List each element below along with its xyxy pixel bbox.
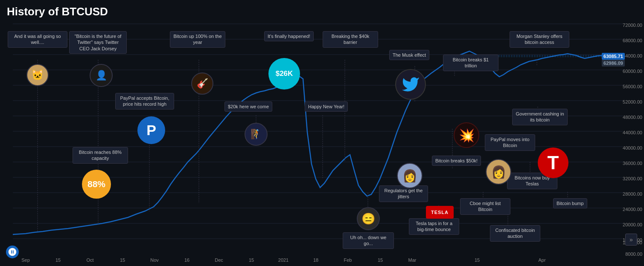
price-current: 63085.71 <box>602 53 625 60</box>
annotation-paypal-moves: PayPal moves into Bitcoin <box>485 134 535 151</box>
icon-uh-oh: 😑 <box>357 207 380 230</box>
x-label-mar: Mar <box>408 257 417 263</box>
annotation-regulators: Regulators get the jitters <box>379 185 428 202</box>
x-label-15-5: 15 <box>475 257 480 263</box>
chart-container: History of BTCUSD <box>0 0 644 266</box>
icon-climber: 🧗 <box>245 123 268 146</box>
y-label-72k: 72000.00 <box>623 23 642 28</box>
annotation-paypal-accepts: PayPal accepts Bitcoin, price hits recor… <box>115 93 174 110</box>
icon-twitter <box>395 69 426 100</box>
y-label-24k: 24000.00 <box>623 207 642 212</box>
annotation-btc-bump: Bitcoin bump <box>553 198 587 208</box>
y-label-56k: 56000.00 <box>623 84 642 89</box>
annotation-confiscated: Confiscated bitcoin auction <box>490 225 540 242</box>
x-label-oct: Oct <box>86 257 93 263</box>
x-label-18: 18 <box>313 257 318 263</box>
icon-woman: 👩 <box>486 159 511 185</box>
annotation-finally-happened: It's finally happened! <box>264 31 314 41</box>
x-label-15-4: 15 <box>378 257 383 263</box>
y-label-48k: 48000.00 <box>623 115 642 120</box>
annotation-morgan-stanley: Morgan Stanley offers bitcoin access <box>510 31 569 48</box>
y-label-60k: 60000.00 <box>623 69 642 74</box>
annotation-40k: Breaking the $40k barrier <box>323 31 378 48</box>
icon-paypal: P <box>137 116 165 144</box>
icon-regulators: 👩 <box>397 163 423 188</box>
icon-88pct: 88% <box>82 170 111 199</box>
x-label-dec: Dec <box>215 257 223 263</box>
icon-tesla-t: T <box>538 147 568 178</box>
y-label-44k: 44000.00 <box>623 130 642 135</box>
annotation-20k: $20k here we come <box>224 101 272 112</box>
icon-26k: $26K <box>268 58 300 90</box>
annotation-88pct: Bitcoin reaches 88% capacity <box>73 147 128 164</box>
price-prev: 62986.09 <box>602 60 625 66</box>
y-label-8k: 8000.00 <box>625 252 642 257</box>
chart-logo <box>6 246 19 258</box>
x-label-feb: Feb <box>344 257 352 263</box>
annotation-1-trillion: Bitcoin breaks $1 trillion <box>443 55 498 71</box>
annotation-tesla-taps: Tesla taps in for a big-time bounce <box>409 218 459 235</box>
x-label-nov: Nov <box>150 257 159 263</box>
icon-paypal-bitcoin: 💥 <box>454 122 479 148</box>
x-label-15-1: 15 <box>55 257 61 263</box>
x-label-sep: Sep <box>21 257 30 263</box>
x-label-16: 16 <box>184 257 189 263</box>
y-label-32k: 32000.00 <box>623 176 642 181</box>
annotation-musk-effect: The Musk effect <box>389 50 429 60</box>
annotation-happy-new-year: Happy New Year! <box>305 101 348 112</box>
icon-jack-dorsey: 👤 <box>90 64 113 87</box>
icon-cat: 🐱 <box>26 64 49 86</box>
x-label-15-2: 15 <box>120 257 125 263</box>
y-label-28k: 28000.00 <box>623 191 642 197</box>
annotation-50k: Bitcoin breaks $50k! <box>432 156 481 166</box>
annotation-btc-100pct: Bitcoin up 100% on the year <box>170 31 225 48</box>
annotation-jack-dorsey: "Bitcoin is the future of Twitter" says … <box>69 31 127 54</box>
x-label-apr: Apr <box>538 257 545 263</box>
nav-arrow-right[interactable]: » <box>625 234 637 246</box>
y-label-68k: 68000.00 <box>623 38 642 43</box>
y-label-52k: 52000.00 <box>623 99 642 104</box>
x-label-15-3: 15 <box>249 257 254 263</box>
icon-tesla-badge: TESLA <box>426 206 454 219</box>
icon-bitcoin-100: 🎸 <box>191 72 213 95</box>
annotation-down-we-go: Uh oh... down we go... <box>343 232 394 249</box>
y-label-64k: 64000.00 <box>623 53 642 58</box>
chart-title: History of BTCUSD <box>7 5 108 18</box>
annotation-going-well: And it was all going so well.... <box>8 31 67 48</box>
x-label-2021: 2021 <box>278 257 288 263</box>
annotation-cboe: Cboe might list Bitcoin <box>460 198 510 215</box>
y-label-20k: 20000.00 <box>623 222 642 227</box>
y-label-40k: 40000.00 <box>623 145 642 150</box>
y-label-36k: 36000.00 <box>623 161 642 166</box>
annotation-gov-cashing: Government cashing in its bitcoin <box>512 109 568 125</box>
